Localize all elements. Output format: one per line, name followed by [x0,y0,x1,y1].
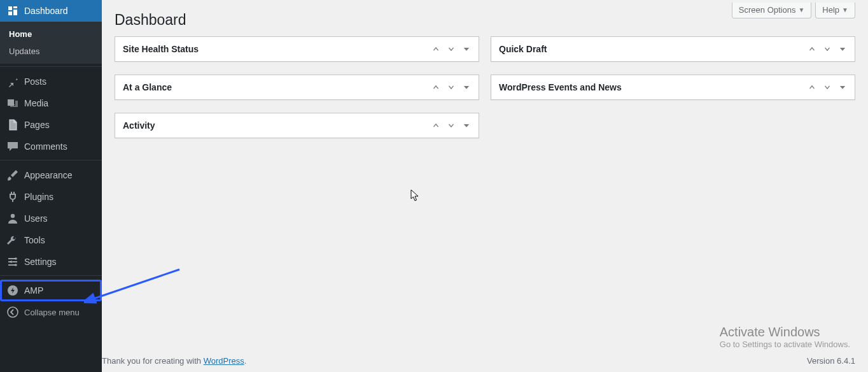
toggle-panel-icon[interactable] [838,83,847,92]
move-up-icon[interactable] [808,83,816,92]
sidebar-item-label: Media [24,98,97,108]
widget-header[interactable]: Activity [115,113,479,138]
move-up-icon[interactable] [431,83,440,92]
sidebar-item-plugins[interactable]: Plugins [0,186,102,208]
svg-marker-10 [840,48,845,51]
footer-version: Version 6.4.1 [807,356,855,366]
toggle-panel-icon[interactable] [838,45,847,54]
settings-icon [6,255,19,268]
svg-point-1 [11,214,15,218]
widget-title: Activity [123,120,155,131]
comment-icon [6,140,19,153]
widget-events_news: WordPress Events and News [491,75,855,100]
sidebar-item-users[interactable]: Users [0,208,102,229]
widget-at_a_glance: At a Glance [115,75,479,100]
toggle-panel-icon[interactable] [462,83,471,92]
screen-options-label: Screen Options [739,5,796,15]
wordpress-link[interactable]: WordPress [204,356,244,366]
menu-separator [0,157,102,161]
sidebar-item-dashboard[interactable]: Dashboard [0,0,102,22]
svg-point-6 [8,307,18,317]
svg-point-2 [15,257,17,260]
sidebar-item-label: Appearance [24,170,97,180]
caret-down-icon: ▼ [798,6,804,13]
sidebar-item-posts[interactable]: Posts [0,71,102,92]
admin-sidebar: DashboardHomeUpdatesPostsMediaPagesComme… [0,0,102,372]
toggle-panel-icon[interactable] [462,45,471,54]
svg-marker-11 [840,86,845,89]
sidebar-item-media[interactable]: Media [0,92,102,114]
sidebar-item-settings[interactable]: Settings [0,251,102,273]
widget-site_health: Site Health Status [115,36,479,62]
windows-activation-watermark: Activate Windows Go to Settings to activ… [720,325,850,349]
sidebar-subitem-home[interactable]: Home [0,25,102,43]
sidebar-item-label: Plugins [24,192,97,202]
screen-options-button[interactable]: Screen Options ▼ [732,3,812,18]
sidebar-item-label: Posts [24,76,97,87]
move-up-icon[interactable] [431,45,440,54]
sidebar-item-label: AMP [24,285,97,296]
move-down-icon[interactable] [447,121,456,130]
widget-title: At a Glance [123,82,172,92]
main-content: Screen Options ▼ Help ▼ Dashboard Site H… [102,0,868,372]
move-up-icon[interactable] [808,45,816,54]
widget-header[interactable]: Site Health Status [115,37,479,61]
help-button[interactable]: Help ▼ [815,3,855,18]
amp-icon [6,284,19,297]
widget-title: WordPress Events and News [499,82,622,92]
dashboard-icon [6,4,19,17]
sidebar-item-collapse[interactable]: Collapse menu [0,301,102,323]
collapse-icon [6,306,19,318]
sidebar-subitem-updates[interactable]: Updates [0,43,102,60]
dashboard-column-left: Site Health Status At a Glance Activity [115,36,479,151]
dashboard-column-right: Quick Draft WordPress Events and News [491,36,855,151]
move-up-icon[interactable] [431,121,440,130]
plug-icon [6,190,19,203]
svg-point-4 [15,264,17,266]
pin-icon [6,75,19,88]
widget-title: Quick Draft [499,44,547,54]
svg-marker-7 [464,48,469,51]
svg-marker-9 [464,124,469,127]
media-icon [6,97,19,110]
sidebar-item-comments[interactable]: Comments [0,136,102,157]
sidebar-item-amp[interactable]: AMP [0,280,102,301]
sidebar-item-label: Settings [24,257,97,267]
sidebar-item-label: Pages [24,120,97,130]
sidebar-item-appearance[interactable]: Appearance [0,164,102,186]
pages-icon [6,118,19,131]
move-down-icon[interactable] [823,45,832,54]
move-down-icon[interactable] [447,45,456,54]
sidebar-item-label: Tools [24,235,97,245]
sidebar-item-label: Users [24,213,97,224]
widget-header[interactable]: WordPress Events and News [491,75,855,99]
sidebar-item-pages[interactable]: Pages [0,114,102,136]
widget-quick_draft: Quick Draft [491,36,855,62]
sidebar-item-label: Collapse menu [24,308,97,317]
svg-point-3 [10,261,13,263]
svg-marker-8 [464,86,469,89]
user-icon [6,212,19,225]
move-down-icon[interactable] [447,83,456,92]
footer-credit: Thank you for creating with WordPress. [102,356,246,366]
sidebar-item-label: Comments [24,141,97,152]
sidebar-item-tools[interactable]: Tools [0,229,102,251]
widget-title: Site Health Status [123,44,199,54]
widget-activity: Activity [115,113,479,138]
move-down-icon[interactable] [823,83,832,92]
wrench-icon [6,234,19,247]
brush-icon [6,169,19,182]
menu-separator [0,64,102,67]
sidebar-item-label: Dashboard [24,6,97,16]
caret-down-icon: ▼ [842,6,848,13]
sidebar-submenu-dashboard: HomeUpdates [0,22,102,64]
widget-header[interactable]: At a Glance [115,75,479,99]
toggle-panel-icon[interactable] [462,121,471,130]
help-label: Help [822,5,839,15]
menu-separator [0,273,102,276]
widget-header[interactable]: Quick Draft [491,37,855,61]
